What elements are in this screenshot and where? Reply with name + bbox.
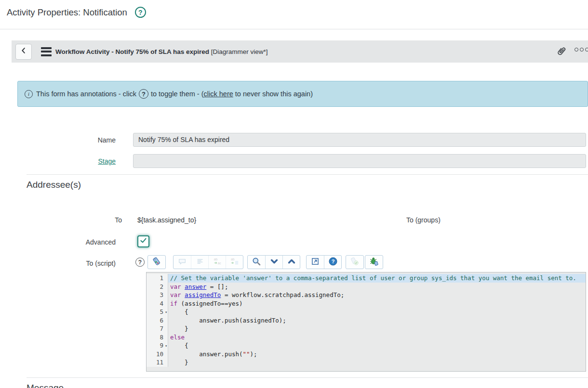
stage-label-link[interactable]: Stage: [98, 157, 116, 165]
replace-button: abac: [208, 256, 226, 269]
info-icon: i: [25, 90, 33, 98]
code-line[interactable]: 1// Set the variable 'answer' to a comma…: [147, 274, 586, 283]
code-line[interactable]: 4if (assignedTo==yes): [147, 299, 586, 308]
code-text: if (assignedTo==yes): [168, 299, 586, 308]
fold-arrow-icon[interactable]: ▾: [165, 342, 167, 350]
code-text: answer.push("");: [168, 350, 586, 359]
code-text: }: [168, 324, 586, 333]
help-blue-icon: ?: [328, 257, 338, 268]
line-number: 9▾: [147, 341, 168, 350]
script-toolbar-group: ?: [306, 255, 342, 269]
addressees-section-title: Addressee(s): [27, 180, 81, 190]
to-groups-label: To (groups): [406, 216, 441, 224]
line-number: 6: [147, 316, 168, 325]
format-lines-icon: [196, 257, 204, 267]
line-number: 11: [147, 358, 168, 367]
page-header: Activity Properties: Notification ?: [7, 7, 146, 18]
code-line[interactable]: 3var assignedTo = workflow.scratchpad.as…: [147, 291, 586, 299]
line-number: 3: [147, 291, 168, 299]
format-lines-button: [191, 256, 208, 269]
banner-text-middle: to toggle them - (: [151, 90, 204, 98]
syntax-check-button: [346, 256, 363, 269]
code-text: {: [168, 308, 586, 316]
code-text: // Set the variable 'answer' to a comma-…: [168, 274, 586, 283]
code-text: var answer = [];: [168, 283, 586, 291]
section-divider: [27, 174, 588, 175]
code-text: {: [168, 341, 586, 350]
checkmark-icon: [139, 236, 147, 246]
stage-input[interactable]: [133, 154, 586, 168]
more-options-icon[interactable]: [575, 48, 588, 52]
script-icon: [152, 257, 161, 268]
script-code-editor[interactable]: 1// Set the variable 'answer' to a comma…: [146, 272, 586, 372]
banner-help-icon[interactable]: ?: [139, 89, 148, 99]
script-help-icon[interactable]: ?: [135, 258, 145, 267]
code-text: else: [168, 333, 586, 342]
attachment-paperclip-icon[interactable]: [555, 44, 569, 60]
script-toolbar-group: abacab: [173, 255, 243, 269]
line-number: 2: [147, 283, 168, 291]
code-line[interactable]: 10 answer.push("");: [147, 350, 586, 359]
chevron-down-icon: [270, 257, 279, 267]
fold-arrow-icon[interactable]: ▾: [165, 308, 167, 317]
back-chevron-icon: [19, 46, 28, 57]
line-number: 1: [147, 274, 168, 283]
comment-icon: [178, 257, 187, 267]
code-text: }: [168, 358, 586, 367]
page-title: Activity Properties: Notification: [7, 7, 127, 18]
line-number: 5▾: [147, 308, 168, 316]
advanced-checkbox[interactable]: [137, 235, 149, 247]
code-line[interactable]: 8else: [147, 333, 586, 342]
workflow-record-view: [Diagrammer view*]: [209, 48, 268, 55]
code-line[interactable]: 5▾ {: [147, 308, 586, 316]
code-line[interactable]: 11 }: [147, 358, 586, 367]
message-section-title: Message: [27, 383, 64, 388]
svg-text:ac: ac: [217, 261, 221, 265]
line-number: 10: [147, 350, 168, 359]
search-icon: [252, 257, 261, 268]
code-line[interactable]: 9▾ {: [147, 341, 586, 350]
help-blue-button[interactable]: ?: [324, 256, 341, 269]
debug-button[interactable]: [365, 256, 383, 269]
back-button[interactable]: [15, 44, 32, 60]
comment-button: [174, 256, 191, 269]
debug-icon: [369, 257, 379, 268]
replace-all-button: ab: [226, 256, 243, 269]
line-number: 7: [147, 324, 168, 333]
script-button[interactable]: [148, 256, 165, 269]
replace-icon: abac: [213, 257, 222, 267]
never-show-again-link[interactable]: click here: [204, 90, 233, 98]
popout-icon: [311, 257, 320, 267]
workflow-record-title: Workflow Activity - Notify 75% of SLA ha…: [55, 48, 268, 55]
name-input[interactable]: Notify 75% of SLA has expired: [133, 133, 586, 147]
script-toolbar-group: [365, 255, 383, 269]
chevron-up-icon: [287, 257, 296, 267]
advanced-label: Advanced: [0, 238, 116, 246]
code-line[interactable]: 7 }: [147, 324, 586, 333]
annotations-banner: i This form has annotations - click ? to…: [17, 81, 588, 107]
header-divider: [0, 29, 588, 29]
chevron-up-button[interactable]: [282, 256, 300, 269]
code-text: var assignedTo = workflow.scratchpad.ass…: [168, 291, 586, 299]
workflow-toolbar: Workflow Activity - Notify 75% of SLA ha…: [12, 40, 588, 63]
line-number: 4: [147, 299, 168, 308]
banner-text-after: to never show this again): [233, 90, 313, 98]
code-line[interactable]: 6 answer.push(assignedTo);: [147, 316, 586, 325]
to-label: To: [0, 216, 122, 224]
context-menu-icon[interactable]: [41, 47, 52, 56]
code-line[interactable]: 2var answer = [];: [147, 283, 586, 291]
name-label: Name: [0, 136, 116, 144]
section-divider: [27, 377, 588, 378]
script-toolbar-group: [346, 255, 364, 269]
chevron-down-button[interactable]: [265, 256, 282, 269]
svg-text:?: ?: [331, 259, 334, 264]
to-script-label: To (script): [0, 259, 116, 267]
help-icon[interactable]: ?: [135, 7, 146, 18]
search-button[interactable]: [248, 256, 265, 269]
line-number: 8: [147, 333, 168, 342]
to-value: ${task.assigned_to}: [137, 216, 196, 224]
script-toolbar-group: [247, 255, 300, 269]
popout-button[interactable]: [307, 256, 324, 269]
workflow-record-title-bold: Workflow Activity - Notify 75% of SLA ha…: [55, 48, 209, 55]
banner-text-before: This form has annotations - click: [36, 90, 136, 98]
